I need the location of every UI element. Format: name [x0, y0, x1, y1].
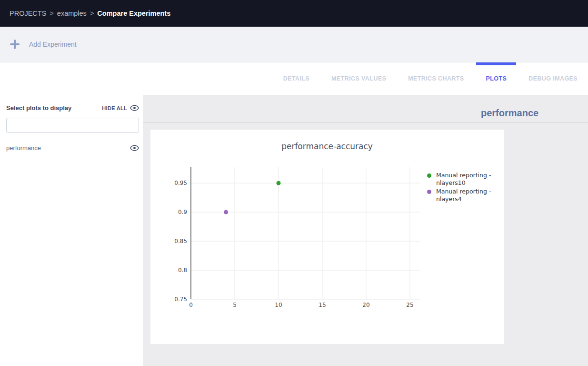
sidebar-header: Select plots to display HIDE ALL [6, 103, 139, 112]
data-point[interactable] [224, 210, 228, 214]
legend-item[interactable]: Manual reporting - nlayers10 [427, 172, 493, 187]
tab-details[interactable]: DETAILS [283, 62, 309, 95]
plot-search-input[interactable] [6, 118, 139, 133]
plot-legend: Manual reporting - nlayers10Manual repor… [427, 172, 493, 204]
legend-label: Manual reporting - nlayers4 [436, 188, 493, 203]
breadcrumb-separator: > [50, 10, 53, 17]
y-tick-label: 0.95 [174, 180, 187, 186]
plots-sidebar: Select plots to display HIDE ALL perform… [0, 95, 143, 366]
hide-all-button[interactable]: HIDE ALL [102, 103, 139, 112]
hide-all-label: HIDE ALL [102, 105, 127, 111]
y-tick-label: 0.75 [174, 296, 187, 303]
tab-plots[interactable]: PLOTS [486, 62, 507, 95]
plots-panel: performance performance-accuracy 0.750.8… [143, 95, 588, 366]
breadcrumb: PROJECTS > examples > Compare Experiment… [10, 10, 170, 17]
plus-icon[interactable] [10, 39, 20, 50]
plot-name-label: performance [6, 144, 130, 152]
breadcrumb-separator: > [90, 10, 94, 17]
x-tick-label: 20 [362, 302, 369, 308]
tab-metrics-values[interactable]: METRICS VALUES [331, 62, 386, 95]
main-area: Select plots to display HIDE ALL perform… [0, 95, 588, 366]
x-tick-label: 5 [233, 302, 237, 308]
x-tick-label: 0 [189, 302, 193, 308]
add-experiment-button[interactable]: Add Experiment [29, 41, 77, 48]
y-tick-label: 0.8 [178, 267, 187, 274]
sidebar-item-performance[interactable]: performance [6, 143, 139, 158]
tab-bar: DETAILS METRICS VALUES METRICS CHARTS PL… [0, 62, 588, 95]
top-navbar: PROJECTS > examples > Compare Experiment… [0, 0, 588, 27]
eye-icon[interactable] [130, 143, 139, 152]
data-point[interactable] [276, 181, 280, 185]
y-tick-label: 0.9 [178, 209, 187, 215]
eye-icon [130, 103, 139, 112]
sidebar-heading: Select plots to display [6, 104, 102, 112]
legend-dot [427, 173, 431, 178]
plot-card: performance-accuracy 0.750.80.850.90.950… [150, 130, 504, 344]
x-tick-label: 25 [406, 302, 413, 308]
legend-item[interactable]: Manual reporting - nlayers4 [427, 188, 493, 203]
breadcrumb-examples[interactable]: examples [57, 10, 87, 17]
metric-group-header: performance [143, 95, 588, 122]
x-tick-label: 15 [319, 302, 326, 308]
y-tick-label: 0.85 [174, 238, 187, 244]
breadcrumb-current-page: Compare Experiments [97, 10, 170, 17]
breadcrumb-projects[interactable]: PROJECTS [10, 10, 46, 17]
tab-metrics-charts[interactable]: METRICS CHARTS [408, 62, 464, 95]
legend-label: Manual reporting - nlayers10 [436, 172, 493, 187]
tab-debug-images[interactable]: DEBUG IMAGES [528, 62, 578, 95]
add-experiment-bar: Add Experiment [0, 27, 588, 62]
scatter-plot[interactable]: 0.750.80.850.90.950510152025 [150, 130, 504, 344]
metric-group-title: performance [481, 108, 538, 119]
legend-dot [427, 190, 431, 194]
x-tick-label: 10 [275, 302, 282, 308]
